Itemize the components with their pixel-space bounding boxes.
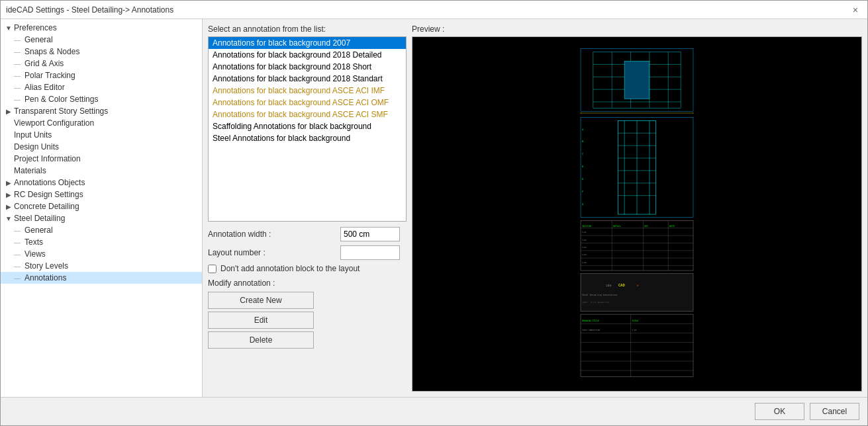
sidebar-item-label-general: General [24, 35, 53, 44]
sidebar-item-label-steel-views: Views [24, 249, 46, 259]
sidebar-item-transparent-story[interactable]: ▶Transparent Story Settings [1, 105, 202, 117]
settings-area: Annotation width : Layout number : Don't… [208, 227, 407, 351]
tree-indent: — [14, 227, 24, 234]
svg-text:C: C [582, 153, 583, 155]
tree-indent: — [14, 60, 24, 67]
sidebar-item-label-steel-texts: Texts [24, 237, 43, 247]
create-new-button[interactable]: Create New [208, 292, 314, 309]
sidebar-item-label-transparent-story: Transparent Story Settings [14, 106, 108, 116]
toggle-icon-steel-detailing: ▼ [3, 215, 14, 222]
sidebar-item-general[interactable]: —General [1, 34, 202, 46]
toggle-icon-concrete-detailing: ▶ [3, 203, 14, 210]
tree-indent: — [14, 72, 24, 79]
preview-box: A B C D E F G [412, 36, 862, 392]
edit-button[interactable]: Edit [208, 312, 314, 329]
annotation-width-input[interactable] [340, 227, 400, 241]
preview-inner: A B C D E F G [412, 37, 861, 391]
svg-text:SECTION: SECTION [582, 224, 591, 227]
tree-indent: — [14, 84, 24, 91]
sidebar-item-concrete-detailing[interactable]: ▶Concrete Detailing [1, 200, 202, 212]
sidebar-item-label-concrete-detailing: Concrete Detailing [14, 202, 79, 211]
sidebar-item-rc-design[interactable]: ▶RC Design Settings [1, 189, 202, 200]
dont-add-label[interactable]: Don't add annotation block to the layout [220, 264, 360, 273]
annotation-width-label: Annotation width : [208, 230, 340, 239]
sidebar-item-pen-color[interactable]: —Pen & Color Settings [1, 93, 202, 105]
cancel-button[interactable]: Cancel [810, 403, 859, 420]
sidebar-item-label-pen-color: Pen & Color Settings [24, 95, 98, 104]
title-bar: ideCAD Settings - Steel Detailing-> Anno… [1, 1, 867, 19]
tree-indent: — [14, 263, 24, 270]
sidebar-item-viewport-config[interactable]: Viewport Configuration [1, 117, 202, 129]
content-area: ▼Preferences—General—Snaps & Nodes—Grid … [1, 19, 867, 397]
sidebar-item-label-preferences: Preferences [14, 23, 57, 32]
sidebar-item-alias-editor[interactable]: —Alias Editor [1, 81, 202, 93]
annotation-list-item[interactable]: Annotations for black background 2018 Sh… [209, 61, 406, 73]
annotation-list-item[interactable]: Scaffolding Annotations for black backgr… [209, 120, 406, 132]
toggle-icon-annotations-objects: ▶ [3, 179, 14, 187]
svg-text:SCALE: SCALE [632, 320, 638, 322]
svg-text:DETAIL: DETAIL [613, 224, 621, 227]
svg-rect-52 [581, 273, 693, 311]
sidebar-item-label-input-units: Input Units [14, 130, 52, 140]
svg-text:NOTE: NOTE [669, 224, 675, 227]
annotation-list-item[interactable]: Steel Annotations for black background [209, 132, 406, 144]
toggle-icon-transparent-story: ▶ [3, 108, 14, 115]
annotation-list-item[interactable]: Annotations for black background 2007 [209, 37, 406, 49]
dont-add-checkbox[interactable] [208, 265, 217, 273]
sidebar-item-label-steel-general: General [24, 226, 53, 235]
sidebar-item-project-info[interactable]: Project Information [1, 153, 202, 165]
cad-preview-svg: A B C D E F G [574, 46, 700, 383]
annotation-list-item[interactable]: Annotations for black background 2018 St… [209, 73, 406, 85]
svg-text:S-03: S-03 [582, 246, 587, 249]
layout-number-label: Layout number : [208, 248, 340, 257]
sidebar-item-label-materials: Materials [14, 166, 46, 175]
tree-indent: — [14, 96, 24, 103]
sidebar: ▼Preferences—General—Snaps & Nodes—Grid … [1, 19, 203, 397]
svg-text:1:50: 1:50 [632, 328, 636, 331]
sidebar-item-label-polar-tracking: Polar Tracking [24, 71, 75, 80]
toggle-icon-rc-design: ▶ [3, 191, 14, 198]
checkbox-row: Don't add annotation block to the layout [208, 264, 407, 273]
svg-text:S-01: S-01 [582, 231, 587, 234]
toggle-icon-preferences: ▼ [3, 24, 14, 32]
close-button[interactable]: × [849, 3, 862, 17]
list-label: Select an annotation from the list: [208, 24, 407, 34]
sidebar-item-label-steel-story-levels: Story Levels [24, 261, 68, 271]
annotation-list-item[interactable]: Annotations for black background ASCE AC… [209, 97, 406, 108]
svg-text:v2007 - Black Background: v2007 - Black Background [582, 301, 609, 304]
sidebar-item-input-units[interactable]: Input Units [1, 129, 202, 141]
sidebar-item-grid-axis[interactable]: —Grid & Axis [1, 58, 202, 69]
svg-text:S-04: S-04 [582, 253, 587, 256]
sidebar-item-design-units[interactable]: Design Units [1, 141, 202, 153]
modify-section: Modify annotation : Create New Edit Dele… [208, 278, 407, 349]
sidebar-item-steel-general[interactable]: —General [1, 224, 202, 236]
sidebar-item-materials[interactable]: Materials [1, 165, 202, 177]
svg-text:DRAWING TITLE: DRAWING TITLE [582, 320, 599, 322]
sidebar-item-steel-texts[interactable]: —Texts [1, 236, 202, 248]
layout-number-input[interactable] [340, 245, 400, 260]
annotation-list[interactable]: Annotations for black background 2007Ann… [208, 36, 407, 222]
annotation-list-item[interactable]: Annotations for black background ASCE AC… [209, 85, 406, 97]
sidebar-item-annotations-objects[interactable]: ▶Annotations Objects [1, 177, 202, 189]
panel-top: Select an annotation from the list: Anno… [208, 24, 862, 392]
sidebar-item-steel-annotations[interactable]: —Annotations [1, 272, 202, 284]
sidebar-item-label-rc-design: RC Design Settings [14, 190, 83, 199]
preview-panel: Preview : [412, 24, 862, 392]
footer: OK Cancel [1, 397, 867, 425]
sidebar-item-preferences[interactable]: ▼Preferences [1, 22, 202, 34]
annotation-list-item[interactable]: Annotations for black background 2018 De… [209, 49, 406, 61]
ok-button[interactable]: OK [755, 403, 804, 420]
sidebar-item-steel-detailing[interactable]: ▼Steel Detailing [1, 212, 202, 224]
sidebar-item-label-design-units: Design Units [14, 142, 59, 151]
sidebar-item-label-viewport-config: Viewport Configuration [14, 118, 94, 128]
sidebar-item-label-steel-detailing: Steel Detailing [14, 214, 65, 223]
right-panel: Select an annotation from the list: Anno… [203, 19, 867, 397]
sidebar-item-label-project-info: Project Information [14, 154, 81, 163]
tree-indent: — [14, 48, 24, 56]
sidebar-item-steel-story-levels[interactable]: —Story Levels [1, 260, 202, 272]
sidebar-item-steel-views[interactable]: —Views [1, 248, 202, 260]
sidebar-item-polar-tracking[interactable]: —Polar Tracking [1, 69, 202, 81]
sidebar-item-snaps-nodes[interactable]: —Snaps & Nodes [1, 46, 202, 58]
annotation-list-item[interactable]: Annotations for black background ASCE AC… [209, 108, 406, 120]
delete-button[interactable]: Delete [208, 331, 314, 349]
